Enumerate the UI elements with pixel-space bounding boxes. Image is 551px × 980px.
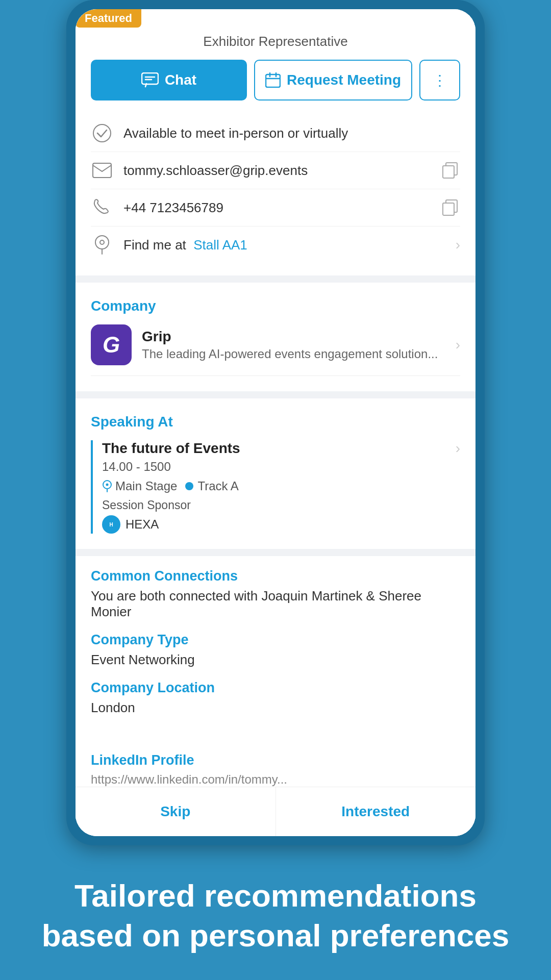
company-info: Grip The leading AI-powered events engag… (142, 329, 445, 361)
phone-icon (91, 196, 113, 219)
email-row: tommy.schloasser@grip.events (91, 152, 460, 189)
request-meeting-button[interactable]: Request Meeting (254, 60, 412, 100)
tagline-text: Tailored recommendations based on person… (31, 876, 520, 955)
session-card: The future of Events 14.00 - 1500 Main S… (91, 440, 240, 534)
find-me-text: Find me at Stall AA1 (123, 237, 445, 253)
availability-text: Available to meet in-person or virtually (123, 125, 460, 141)
session-location: Main Stage (102, 479, 177, 493)
more-options-button[interactable]: ⋮ (419, 60, 460, 100)
session-time: 14.00 - 1500 (102, 460, 240, 474)
location-row: Find me at Stall AA1 › (91, 227, 460, 263)
details-section: Common Connections You are both connecte… (76, 556, 475, 740)
svg-point-13 (95, 236, 109, 249)
company-location-block: Company Location London (91, 680, 460, 716)
chat-button[interactable]: Chat (91, 60, 247, 100)
hexa-icon: H (106, 519, 117, 530)
skip-button[interactable]: Skip (76, 787, 276, 836)
svg-point-7 (93, 124, 111, 142)
linkedin-section: LinkedIn Profile https://www.linkedin.co… (76, 740, 475, 787)
svg-rect-12 (443, 203, 454, 215)
location-icon (91, 234, 113, 256)
stall-link[interactable]: Stall AA1 (193, 237, 247, 253)
request-meeting-label: Request Meeting (287, 72, 401, 88)
company-name: Grip (142, 329, 445, 345)
bottom-action-bar: Skip Interested (76, 787, 475, 836)
session-location-text: Main Stage (115, 479, 177, 493)
svg-text:H: H (109, 522, 113, 527)
company-type-title: Company Type (91, 632, 460, 648)
session-track-text: Track A (197, 479, 238, 493)
linkedin-url[interactable]: https://www.linkedin.com/in/tommy... (91, 772, 460, 787)
email-icon (91, 159, 113, 182)
svg-rect-8 (93, 163, 111, 178)
sponsor-name: HEXA (126, 517, 159, 532)
common-connections-title: Common Connections (91, 568, 460, 584)
session-track: Track A (185, 479, 238, 493)
svg-rect-0 (142, 73, 158, 84)
copy-email-icon[interactable] (440, 160, 460, 181)
session-meta: Main Stage Track A (102, 479, 240, 493)
company-section-title: Company (91, 298, 460, 314)
svg-point-14 (100, 240, 104, 244)
sponsor-icon: H (102, 515, 120, 534)
copy-phone-icon[interactable] (440, 197, 460, 218)
speaking-section-title: Speaking At (91, 414, 460, 430)
session-title: The future of Events (102, 440, 240, 457)
session-sponsor-label: Session Sponsor (102, 498, 240, 512)
company-logo: G (91, 324, 132, 365)
exhibitor-role: Exhibitor Representative (91, 34, 460, 49)
action-buttons-row: Chat Request Meeting ⋮ (91, 60, 460, 100)
map-pin-icon (102, 480, 112, 492)
linkedin-title: LinkedIn Profile (91, 752, 460, 768)
company-type-value: Event Networking (91, 652, 460, 668)
company-row[interactable]: G Grip The leading AI-powered events eng… (91, 324, 460, 376)
company-type-block: Company Type Event Networking (91, 632, 460, 668)
interested-button[interactable]: Interested (276, 787, 476, 836)
chat-icon (141, 72, 159, 88)
more-dots-icon: ⋮ (433, 72, 447, 89)
phone-text: +44 7123456789 (123, 200, 430, 216)
company-location-value: London (91, 700, 460, 716)
email-text: tommy.schloasser@grip.events (123, 163, 430, 179)
checkmark-icon (91, 122, 113, 144)
svg-rect-10 (443, 166, 454, 178)
tagline-section: Tailored recommendations based on person… (0, 845, 551, 980)
company-location-title: Company Location (91, 680, 460, 696)
chat-label: Chat (165, 72, 196, 88)
featured-badge: Featured (76, 9, 141, 28)
sponsor-row: H HEXA (102, 515, 240, 534)
session-row[interactable]: The future of Events 14.00 - 1500 Main S… (91, 440, 460, 534)
location-chevron: › (456, 237, 460, 253)
common-connections-text: You are both connected with Joaquin Mart… (91, 588, 460, 620)
common-connections-block: Common Connections You are both connecte… (91, 568, 460, 620)
svg-point-16 (106, 484, 109, 486)
track-dot (185, 482, 193, 490)
company-description: The leading AI-powered events engagement… (142, 347, 445, 361)
company-chevron: › (456, 337, 460, 353)
session-chevron: › (456, 440, 460, 457)
company-section: Company G Grip The leading AI-powered ev… (76, 283, 475, 391)
phone-row: +44 7123456789 (91, 189, 460, 227)
availability-row: Available to meet in-person or virtually (91, 115, 460, 152)
calendar-icon (265, 72, 281, 88)
svg-rect-3 (266, 74, 280, 87)
speaking-section: Speaking At The future of Events 14.00 -… (76, 398, 475, 549)
